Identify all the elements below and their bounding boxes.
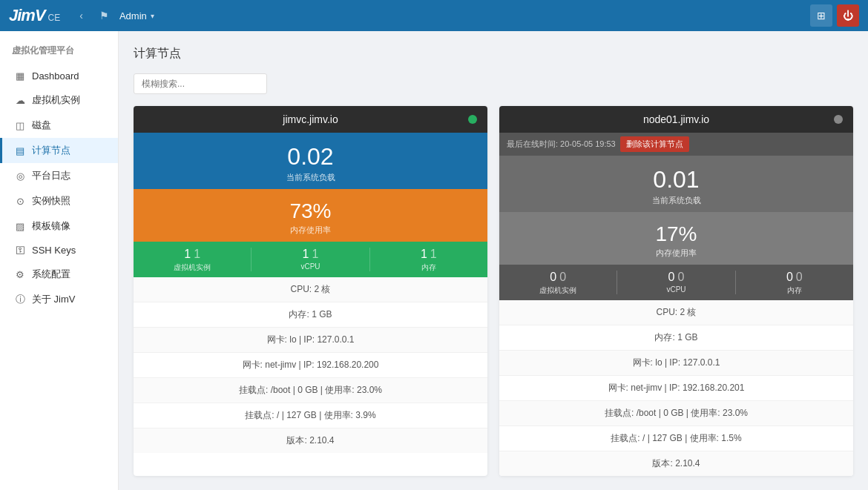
- sidebar-item-label: 实例快照: [32, 194, 70, 208]
- nav-forward-button[interactable]: ⚑: [95, 8, 114, 23]
- node1-info-table: CPU: 2 核内存: 1 GB网卡: lo | IP: 127.0.0.1网卡…: [134, 277, 487, 453]
- info-icon: ⓘ: [14, 293, 26, 306]
- table-row: CPU: 2 核: [499, 300, 853, 325]
- power-button[interactable]: ⏻: [837, 4, 859, 27]
- nav-right: ⊞ ⏻: [810, 4, 859, 27]
- table-row: 挂载点: / | 127 GB | 使用率: 3.9%: [134, 403, 487, 428]
- gear-icon: ⚙: [14, 269, 26, 280]
- sidebar-item-snapshot[interactable]: ⊙ 实例快照: [0, 188, 118, 213]
- node2-vm-stat: 0 0 虚拟机实例: [499, 265, 617, 300]
- node1-mem-stat: 1 1 内存: [370, 242, 487, 277]
- sidebar-item-label: 关于 JimV: [32, 293, 76, 306]
- sidebar-item-template[interactable]: ▨ 模板镜像: [0, 213, 118, 239]
- nav-arrows: ‹ ⚑: [75, 8, 114, 23]
- admin-menu[interactable]: Admin ▾: [114, 7, 160, 24]
- node2-mem-value: 17%: [507, 222, 846, 246]
- node1-vm-a: 1: [184, 248, 191, 261]
- sidebar-item-system-config[interactable]: ⚙ 系统配置: [0, 262, 118, 287]
- search-input[interactable]: [134, 73, 267, 94]
- compute-icon: ▤: [14, 145, 26, 156]
- node-name-2: node01.jimv.io: [519, 113, 834, 125]
- node2-vm-numbers: 0 0: [502, 271, 614, 284]
- node-status-dot-1: [468, 115, 477, 124]
- layout: 虚拟化管理平台 ▦ Dashboard ☁ 虚拟机实例 ◫ 磁盘 ▤ 计算节点 …: [0, 31, 868, 490]
- top-nav: JimV CE ‹ ⚑ Admin ▾ ⊞ ⏻: [0, 0, 868, 31]
- node2-vm-b: 0: [559, 271, 566, 284]
- node1-vcpu-stat: 1 1 vCPU: [251, 242, 369, 277]
- table-row: 内存: 1 GB: [499, 325, 853, 351]
- node-name-1: jimvc.jimv.io: [153, 113, 468, 125]
- page-title: 计算节点: [134, 46, 853, 62]
- node2-vcpu-numbers: 0 0: [620, 271, 731, 284]
- sidebar-item-label: 模板镜像: [32, 219, 70, 233]
- node1-mem-b: 1: [430, 248, 437, 261]
- sidebar-item-dashboard[interactable]: ▦ Dashboard: [0, 64, 118, 87]
- node2-vcpu-stat: 0 0 vCPU: [617, 265, 734, 300]
- node2-mem-b: 0: [796, 271, 803, 284]
- node2-vcpu-a: 0: [668, 271, 675, 284]
- node-header-1: jimvc.jimv.io: [134, 106, 487, 133]
- node1-load-panel: 0.02 当前系统负载: [134, 133, 487, 189]
- sidebar: 虚拟化管理平台 ▦ Dashboard ☁ 虚拟机实例 ◫ 磁盘 ▤ 计算节点 …: [0, 31, 119, 490]
- node1-vcpu-label: vCPU: [254, 262, 366, 271]
- node-header-2: node01.jimv.io: [499, 106, 853, 133]
- sidebar-item-ssh-keys[interactable]: ⚿ SSH Keys: [0, 239, 118, 262]
- search-bar: [134, 73, 853, 94]
- sidebar-item-label: Dashboard: [32, 70, 79, 82]
- node1-mem-value: 73%: [141, 199, 480, 223]
- node2-vcpu-b: 0: [677, 271, 684, 284]
- node-card-1: jimvc.jimv.io 0.02 当前系统负载 73% 内存使用率 1: [134, 106, 487, 476]
- node2-stats-panel: 0 0 虚拟机实例 0 0 vCPU: [499, 265, 853, 300]
- node1-vcpu-b: 1: [312, 248, 318, 261]
- sidebar-item-about[interactable]: ⓘ 关于 JimV: [0, 287, 118, 312]
- table-row: 挂载点: /boot | 0 GB | 使用率: 23.0%: [134, 378, 487, 403]
- sidebar-item-compute-node[interactable]: ▤ 计算节点: [0, 138, 118, 163]
- node1-stats-panel: 1 1 虚拟机实例 1 1 vCPU: [134, 242, 487, 277]
- node2-load-panel: 0.01 当前系统负载: [499, 156, 853, 212]
- node1-vm-label: 虚拟机实例: [137, 262, 248, 273]
- table-row: 网卡: lo | IP: 127.0.0.1: [499, 351, 853, 376]
- node2-vcpu-label: vCPU: [620, 285, 731, 294]
- chevron-down-icon: ▾: [151, 12, 154, 20]
- node1-mem-panel: 73% 内存使用率: [134, 189, 487, 242]
- table-row: 版本: 2.10.4: [134, 428, 487, 454]
- node2-mem-label: 内存使用率: [507, 248, 846, 259]
- logo-jimv: JimV: [9, 6, 45, 25]
- sidebar-item-label: 计算节点: [32, 144, 70, 157]
- node1-vcpu-numbers: 1 1: [254, 248, 366, 261]
- offline-banner: 最后在线时间: 20-05-05 19:53 删除该计算节点 鼠标移至此处，点击…: [499, 133, 853, 156]
- logo-ce: CE: [48, 13, 61, 23]
- delete-node-button[interactable]: 删除该计算节点: [620, 136, 689, 152]
- dashboard-icon: ▦: [14, 70, 26, 82]
- node2-vm-label: 虚拟机实例: [502, 285, 614, 296]
- node1-load-value: 0.02: [141, 143, 480, 170]
- sidebar-item-vm-instances[interactable]: ☁ 虚拟机实例: [0, 87, 118, 113]
- sidebar-group-title: 虚拟化管理平台: [0, 39, 118, 64]
- cloud-icon: ☁: [14, 95, 26, 106]
- sidebar-item-platform-log[interactable]: ◎ 平台日志: [0, 163, 118, 188]
- nav-back-button[interactable]: ‹: [75, 8, 88, 23]
- node1-vcpu-a: 1: [303, 248, 309, 261]
- node-status-dot-2: [834, 115, 843, 124]
- node2-mem-panel: 17% 内存使用率: [499, 212, 853, 265]
- node1-mem-label: 内存使用率: [141, 225, 480, 236]
- node2-load-label: 当前系统负载: [507, 195, 846, 206]
- node2-mem-a: 0: [786, 271, 793, 284]
- table-row: 网卡: net-jimv | IP: 192.168.20.200: [134, 353, 487, 378]
- settings-button[interactable]: ⊞: [810, 4, 832, 27]
- key-icon: ⚿: [14, 245, 26, 256]
- log-icon: ◎: [14, 170, 26, 182]
- offline-time-text: 最后在线时间: 20-05-05 19:53: [507, 139, 616, 150]
- disk-icon: ◫: [14, 120, 26, 131]
- table-row: 网卡: net-jimv | IP: 192.168.20.201: [499, 376, 853, 401]
- template-icon: ▨: [14, 221, 26, 232]
- node1-mem-a: 1: [421, 248, 427, 261]
- sidebar-item-disk[interactable]: ◫ 磁盘: [0, 113, 118, 138]
- node2-load-value: 0.01: [507, 166, 846, 193]
- sidebar-item-label: SSH Keys: [32, 245, 76, 256]
- table-row: 挂载点: / | 127 GB | 使用率: 1.5%: [499, 426, 853, 451]
- node1-memstat-numbers: 1 1: [373, 248, 484, 261]
- node1-vm-stat: 1 1 虚拟机实例: [134, 242, 251, 277]
- admin-label: Admin: [119, 10, 147, 21]
- node-card-2: node01.jimv.io 最后在线时间: 20-05-05 19:53 删除…: [499, 106, 853, 476]
